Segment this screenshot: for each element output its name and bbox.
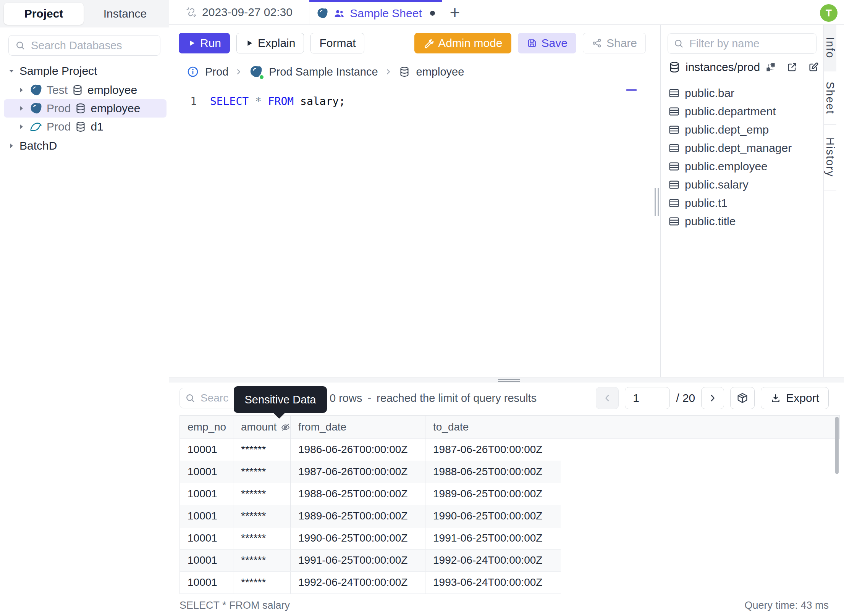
tab-sheet[interactable]: Sheet <box>824 71 836 125</box>
column-header-to-date[interactable]: to_date <box>425 416 560 439</box>
breadcrumb-database[interactable]: employee <box>416 66 464 78</box>
tab-history[interactable]: History <box>824 125 836 190</box>
table-list-item[interactable]: public.t1 <box>661 194 823 212</box>
data-options-button[interactable] <box>730 387 755 409</box>
results-toolbar: Sensitive Data 0 rows - reached the limi… <box>169 382 844 415</box>
table-list-item[interactable]: public.dept_manager <box>661 139 823 157</box>
tab-sample-sheet[interactable]: Sample Sheet <box>309 0 442 24</box>
cell-to-date: 1987-06-26T00:00:00Z <box>425 439 560 461</box>
table-list-item[interactable]: public.bar <box>661 84 823 102</box>
table-list-item[interactable]: public.department <box>661 102 823 121</box>
table-grid-icon <box>668 106 680 117</box>
table-row[interactable]: 10001 ****** 1990-06-25T00:00:00Z 1991-0… <box>180 527 561 550</box>
caret-right-icon <box>18 86 25 94</box>
tree-node-sample-project[interactable]: Sample Project <box>0 61 169 81</box>
share-label: Share <box>606 37 637 50</box>
cell-emp-no: 10001 <box>180 572 233 593</box>
schema-diagram-icon[interactable] <box>765 61 776 73</box>
new-tab-button[interactable]: + <box>442 0 467 24</box>
breadcrumb-environment[interactable]: Prod <box>205 66 228 78</box>
save-button[interactable]: Save <box>518 33 576 53</box>
tab-label: History <box>824 137 836 177</box>
format-button[interactable]: Format <box>310 33 364 53</box>
prev-page-button[interactable] <box>596 387 619 409</box>
database-name: employee <box>91 102 140 115</box>
environment-label: Test <box>47 84 68 97</box>
results-resize-divider[interactable] <box>169 377 844 382</box>
tab-label: Info <box>824 37 836 58</box>
sql-keyword: FROM <box>268 95 294 108</box>
project-label: Sample Project <box>19 65 97 77</box>
cell-to-date: 1988-06-25T00:00:00Z <box>425 461 560 483</box>
run-label: Run <box>200 37 221 50</box>
database-name: d1 <box>91 120 103 133</box>
column-header-emp-no[interactable]: emp_no <box>180 416 233 439</box>
tab-temp-sheet[interactable]: 2023-09-27 02:30 <box>169 0 309 24</box>
cell-to-date: 1993-06-24T00:00:00Z <box>425 572 560 593</box>
cell-from-date: 1991-06-25T00:00:00Z <box>291 550 425 571</box>
table-row[interactable]: 10001 ****** 1989-06-25T00:00:00Z 1990-0… <box>180 505 561 527</box>
results-status-bar: SELECT * FROM salary Query time: 43 ms <box>179 600 829 611</box>
sql-keyword: SELECT <box>210 95 249 108</box>
database-icon <box>399 66 410 77</box>
info-circle-icon[interactable] <box>187 66 199 78</box>
tab-info[interactable]: Info <box>824 25 836 71</box>
database-name: employee <box>87 84 137 97</box>
database-icon <box>75 121 86 132</box>
next-page-button[interactable] <box>701 387 724 409</box>
tree-node-prod-employee[interactable]: Prod employee <box>4 99 167 118</box>
cell-amount-masked: ****** <box>233 461 291 483</box>
cell-to-date: 1989-06-25T00:00:00Z <box>425 483 560 505</box>
table-row[interactable]: 10001 ****** 1987-06-26T00:00:00Z 1988-0… <box>180 461 561 483</box>
admin-mode-button[interactable]: Admin mode <box>414 33 511 53</box>
table-list-item[interactable]: public.title <box>661 212 823 231</box>
cell-amount-masked: ****** <box>233 550 291 571</box>
explain-button[interactable]: Explain <box>236 33 304 53</box>
page-number-input[interactable] <box>625 387 670 409</box>
column-header-from-date[interactable]: from_date <box>291 416 425 439</box>
tab-project[interactable]: Project <box>4 3 84 25</box>
cell-emp-no: 10001 <box>180 550 233 571</box>
cell-from-date: 1988-06-25T00:00:00Z <box>291 483 425 505</box>
table-grid-icon <box>668 87 680 99</box>
results-scrollbar[interactable] <box>835 417 839 474</box>
share-button[interactable]: Share <box>583 33 646 53</box>
table-row[interactable]: 10001 ****** 1991-06-25T00:00:00Z 1992-0… <box>180 550 561 572</box>
column-header-amount[interactable]: amount <box>233 416 291 439</box>
edit-icon[interactable] <box>808 61 819 73</box>
breadcrumb-instance[interactable]: Prod Sample Instance <box>269 66 378 78</box>
export-button[interactable]: Export <box>761 387 829 409</box>
table-row[interactable]: 10001 ****** 1992-06-24T00:00:00Z 1993-0… <box>180 572 561 594</box>
cell-from-date: 1992-06-24T00:00:00Z <box>291 572 425 593</box>
schema-panel-resize-handle[interactable] <box>655 188 659 216</box>
group-label: BatchD <box>19 139 57 152</box>
table-filter <box>668 33 817 54</box>
table-row[interactable]: 10001 ****** 1988-06-25T00:00:00Z 1989-0… <box>180 483 561 505</box>
search-databases-input[interactable] <box>8 35 160 56</box>
cell-emp-no: 10001 <box>180 483 233 505</box>
user-avatar[interactable]: T <box>820 4 838 22</box>
table-row[interactable]: 10001 ****** 1986-06-26T00:00:00Z 1987-0… <box>180 439 561 461</box>
database-search <box>8 35 160 56</box>
tab-instance[interactable]: Instance <box>85 3 165 25</box>
table-list-item[interactable]: public.dept_emp <box>661 121 823 139</box>
cell-emp-no: 10001 <box>180 527 233 549</box>
people-icon <box>333 8 345 19</box>
tree-node-test-employee[interactable]: Test employee <box>0 81 169 99</box>
table-list-item[interactable]: public.employee <box>661 157 823 176</box>
table-name: public.employee <box>685 160 768 173</box>
environment-label: Prod <box>47 102 71 115</box>
table-list-item[interactable]: public.salary <box>661 176 823 194</box>
cell-to-date: 1990-06-25T00:00:00Z <box>425 505 560 527</box>
filter-by-name-input[interactable] <box>668 33 817 54</box>
tree-node-prod-d1[interactable]: Prod d1 <box>0 118 169 136</box>
code-line: SELECT * FROM salary; <box>210 94 345 109</box>
cell-emp-no: 10001 <box>180 461 233 483</box>
table-name: public.dept_manager <box>685 142 792 155</box>
schema-panel: instances/prod public.bar public.departm… <box>660 25 823 377</box>
external-link-icon[interactable] <box>786 61 798 73</box>
tree-node-batchd[interactable]: BatchD <box>0 136 169 156</box>
sql-editor[interactable]: 1 SELECT * FROM salary; <box>169 94 649 109</box>
run-button[interactable]: Run <box>179 33 230 53</box>
summary-dash: - <box>367 392 371 405</box>
